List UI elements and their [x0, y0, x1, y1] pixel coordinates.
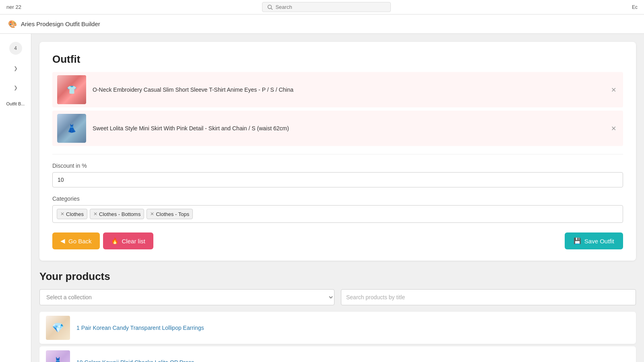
your-products-section: Your products Select a collection 💎 1 Pa…: [39, 270, 636, 362]
products-filters: Select a collection: [39, 289, 636, 305]
outfit-divider: [52, 154, 623, 154]
svg-line-1: [271, 8, 273, 10]
topbar-right-text: Ec: [632, 4, 638, 10]
top-bar: ner 22 Ec: [0, 0, 644, 14]
go-back-icon: ◀: [60, 237, 65, 245]
product-list-image-1: 👗: [46, 350, 70, 362]
search-icon: [267, 4, 273, 10]
app-title: Aries Prodesign Outfit Builder: [21, 21, 100, 27]
outfit-product-remove-0[interactable]: ✕: [609, 85, 618, 95]
categories-box: ✕ Clothes ✕ Clothes - Bottoms ✕ Clothes …: [52, 205, 623, 223]
outfit-product-name-0: O-Neck Embroidery Casual Slim Short Slee…: [93, 86, 609, 93]
category-remove-2[interactable]: ✕: [150, 211, 154, 217]
sidebar-item-outfit-builder[interactable]: Outfit B...: [6, 101, 25, 106]
outfit-title: Outfit: [52, 53, 623, 66]
go-back-label: Go Back: [68, 238, 92, 245]
topbar-search[interactable]: [262, 2, 391, 12]
save-outfit-label: Save Outfit: [584, 238, 614, 245]
outfit-product-name-1: Sweet Lolita Style Mini Skirt With Pink …: [93, 125, 609, 132]
product-list-item-0[interactable]: 💎 1 Pair Korean Candy Transparent Lollip…: [39, 312, 636, 344]
category-tag-1: ✕ Clothes - Bottoms: [90, 209, 144, 219]
sidebar: 4 ❯ ❯ Outfit B...: [0, 34, 31, 362]
outfit-card: Outfit 👕 O-Neck Embroidery Casual Slim S…: [39, 42, 636, 261]
clear-list-icon: 🔥: [111, 237, 119, 245]
save-outfit-icon: 💾: [574, 237, 581, 245]
left-buttons: ◀ Go Back 🔥 Clear list: [52, 232, 153, 249]
sidebar-chevron-2[interactable]: ❯: [10, 82, 21, 93]
product-list-name-0: 1 Pair Korean Candy Transparent Lollipop…: [76, 325, 204, 331]
outfit-product-image-1: 👗: [57, 114, 86, 143]
categories-section: Categories ✕ Clothes ✕ Clothes - Bottoms…: [52, 195, 623, 223]
collection-select[interactable]: Select a collection: [39, 289, 334, 305]
your-products-title: Your products: [39, 270, 636, 283]
outfit-product-item-0: 👕 O-Neck Embroidery Casual Slim Short Sl…: [52, 72, 623, 107]
category-tag-2: ✕ Clothes - Tops: [147, 209, 193, 219]
topbar-search-input[interactable]: [275, 4, 386, 10]
outfit-product-image-0: 👕: [57, 75, 86, 104]
main-content: Outfit 👕 O-Neck Embroidery Casual Slim S…: [31, 34, 644, 362]
clear-list-label: Clear list: [122, 238, 145, 245]
category-remove-1[interactable]: ✕: [93, 211, 97, 217]
category-tag-name-1: Clothes - Bottoms: [99, 211, 140, 217]
save-outfit-button[interactable]: 💾 Save Outfit: [565, 232, 623, 249]
category-remove-0[interactable]: ✕: [60, 211, 64, 217]
app-logo-icon: 🎨: [8, 20, 17, 29]
product-list-name-1: 10 Colors Kawaii Plaid Checks Lolita OP …: [76, 359, 194, 362]
topbar-left-text: ner 22: [6, 4, 21, 10]
product-list-image-0: 💎: [46, 316, 70, 340]
outfit-product-item-1: 👗 Sweet Lolita Style Mini Skirt With Pin…: [52, 111, 623, 146]
go-back-button[interactable]: ◀ Go Back: [52, 232, 100, 249]
category-tag-name-2: Clothes - Tops: [156, 211, 189, 217]
action-buttons: ◀ Go Back 🔥 Clear list 💾 Save Outfit: [52, 232, 623, 249]
discount-section: Discount in %: [52, 162, 623, 187]
app-header: 🎨 Aries Prodesign Outfit Builder: [0, 14, 644, 34]
main-layout: 4 ❯ ❯ Outfit B... Outfit 👕 O-Neck Embroi…: [0, 34, 644, 362]
category-tag-0: ✕ Clothes: [57, 209, 87, 219]
product-list-item-1[interactable]: 👗 10 Colors Kawaii Plaid Checks Lolita O…: [39, 346, 636, 362]
sidebar-badge: 4: [9, 42, 22, 55]
outfit-product-remove-1[interactable]: ✕: [609, 123, 618, 133]
svg-point-0: [268, 5, 272, 8]
discount-label: Discount in %: [52, 162, 623, 169]
category-tag-name-0: Clothes: [66, 211, 84, 217]
search-products-input[interactable]: [341, 289, 636, 305]
sidebar-chevron-1[interactable]: ❯: [10, 63, 21, 74]
discount-input[interactable]: [52, 172, 623, 187]
categories-label: Categories: [52, 195, 623, 202]
clear-list-button[interactable]: 🔥 Clear list: [103, 232, 153, 249]
